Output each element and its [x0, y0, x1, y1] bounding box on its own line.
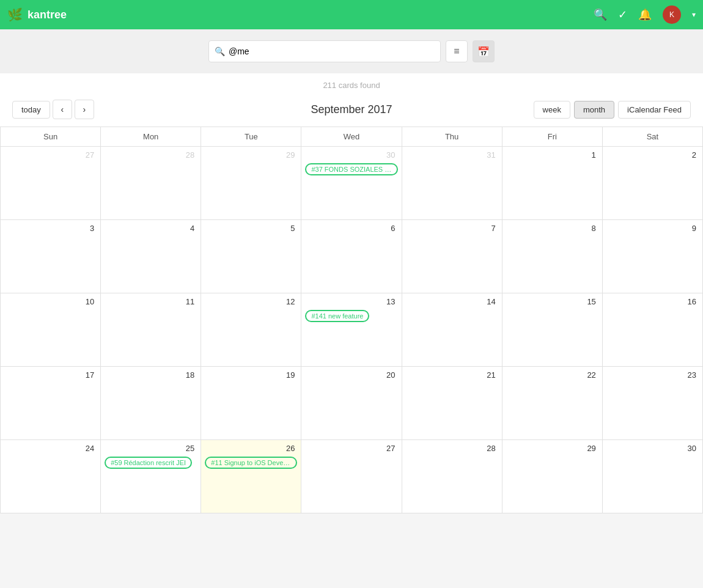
- event-badge[interactable]: #141 new feature: [305, 310, 369, 322]
- day-number: 28: [105, 149, 197, 162]
- search-input-wrap: 🔍: [208, 40, 441, 62]
- day-number: 25: [105, 443, 197, 455]
- day-header-tue: Tue: [201, 127, 301, 147]
- day-number: 13: [305, 296, 397, 309]
- day-number: 15: [506, 296, 598, 309]
- calendar-cell: 6: [301, 220, 402, 293]
- calendar-nav: today ‹ › September 2017 week month iCal…: [0, 95, 703, 127]
- day-number: 16: [606, 296, 699, 309]
- calendar-cell: 8: [502, 220, 602, 293]
- chevron-down-icon[interactable]: ▾: [692, 10, 696, 19]
- bell-icon[interactable]: 🔔: [638, 8, 652, 21]
- header: 🌿 kantree 🔍 ✓ 🔔 K ▾: [0, 0, 703, 29]
- search-area: 🔍 ≡ 📅: [0, 29, 703, 73]
- day-number: 6: [305, 222, 397, 235]
- search-icon: 🔍: [215, 46, 225, 56]
- day-number: 29: [205, 149, 297, 162]
- day-number: 2: [606, 149, 699, 162]
- day-number: 12: [205, 296, 297, 309]
- day-number: 29: [506, 443, 598, 455]
- day-number: 4: [105, 222, 197, 235]
- day-number: 21: [406, 369, 498, 382]
- week-view-button[interactable]: week: [534, 101, 570, 119]
- calendar-cell: 28: [402, 440, 502, 513]
- search-container: 🔍 ≡ 📅: [208, 40, 495, 62]
- nav-left: today ‹ ›: [12, 100, 94, 119]
- calendar-cell: 7: [402, 220, 502, 293]
- calendar-cell: 27: [301, 440, 402, 513]
- calendar-cell: 9: [602, 220, 702, 293]
- calendar-cell: 13#141 new feature: [301, 293, 402, 367]
- day-number: 14: [406, 296, 498, 309]
- calendar-cell: 30#37 FONDS SOZIALES WIE: [301, 147, 402, 220]
- event-badge[interactable]: #37 FONDS SOZIALES WIE: [305, 163, 397, 175]
- calendar-view-button[interactable]: 📅: [473, 40, 495, 62]
- day-number: 30: [305, 149, 397, 162]
- calendar-cell: 23: [602, 367, 702, 440]
- calendar-cell: 31: [402, 147, 502, 220]
- calendar-cell: 5: [201, 220, 301, 293]
- calendar-cell: 18: [101, 367, 201, 440]
- calendar-cell: 29: [201, 147, 301, 220]
- day-number: 24: [4, 443, 97, 455]
- day-number: 8: [506, 222, 598, 235]
- prev-button[interactable]: ‹: [53, 100, 72, 119]
- calendar-wrapper: 211 cards found today ‹ › September 2017…: [0, 73, 703, 513]
- day-number: 23: [606, 369, 699, 382]
- day-number: 28: [406, 443, 498, 455]
- tasks-icon[interactable]: ✓: [618, 8, 627, 21]
- calendar-title: September 2017: [311, 103, 392, 116]
- calendar-cell: 2: [602, 147, 702, 220]
- day-number: 27: [305, 443, 397, 455]
- day-number: 30: [606, 443, 699, 455]
- ical-button[interactable]: iCalendar Feed: [618, 101, 691, 119]
- today-button[interactable]: today: [12, 101, 50, 119]
- day-number: 26: [205, 443, 297, 455]
- avatar[interactable]: K: [663, 6, 681, 24]
- next-button[interactable]: ›: [75, 100, 94, 119]
- calendar-cell: 30: [602, 440, 702, 513]
- event-badge[interactable]: #59 Rédaction rescrit JEI: [105, 457, 192, 469]
- day-number: 17: [4, 369, 97, 382]
- calendar-cell: 17: [1, 367, 101, 440]
- calendar-cell: 15: [502, 293, 602, 367]
- day-header-sat: Sat: [602, 127, 702, 147]
- day-number: 11: [105, 296, 197, 309]
- day-header-sun: Sun: [1, 127, 101, 147]
- calendar-cell: 19: [201, 367, 301, 440]
- calendar-cell: 10: [1, 293, 101, 367]
- search-input[interactable]: [208, 40, 441, 62]
- calendar-cell: 27: [1, 147, 101, 220]
- list-view-button[interactable]: ≡: [446, 40, 468, 62]
- day-number: 1: [506, 149, 598, 162]
- day-number: 22: [506, 369, 598, 382]
- day-number: 20: [305, 369, 397, 382]
- calendar-cell: 11: [101, 293, 201, 367]
- day-number: 19: [205, 369, 297, 382]
- nav-right: week month iCalendar Feed: [534, 101, 691, 119]
- month-view-button[interactable]: month: [574, 101, 614, 119]
- day-header-fri: Fri: [502, 127, 602, 147]
- event-badge[interactable]: #11 Signup to iOS Develop: [205, 457, 297, 469]
- day-number: 31: [406, 149, 498, 162]
- calendar-cell: 22: [502, 367, 602, 440]
- header-left: 🌿 kantree: [7, 7, 67, 22]
- search-header-icon[interactable]: 🔍: [594, 8, 607, 21]
- calendar-table: SunMonTueWedThuFriSat 27282930#37 FONDS …: [0, 127, 703, 513]
- day-number: 7: [406, 222, 498, 235]
- calendar-cell: 20: [301, 367, 402, 440]
- calendar-cell: 14: [402, 293, 502, 367]
- calendar-cell: 1: [502, 147, 602, 220]
- day-header-thu: Thu: [402, 127, 502, 147]
- calendar-cell: 29: [502, 440, 602, 513]
- calendar-cell: 28: [101, 147, 201, 220]
- calendar-cell: 16: [602, 293, 702, 367]
- header-right: 🔍 ✓ 🔔 K ▾: [594, 6, 696, 24]
- logo-icon: 🌿: [7, 7, 23, 22]
- day-header-wed: Wed: [301, 127, 402, 147]
- day-number: 9: [606, 222, 699, 235]
- day-number: 18: [105, 369, 197, 382]
- day-number: 10: [4, 296, 97, 309]
- calendar-cell: 24: [1, 440, 101, 513]
- day-number: 3: [4, 222, 97, 235]
